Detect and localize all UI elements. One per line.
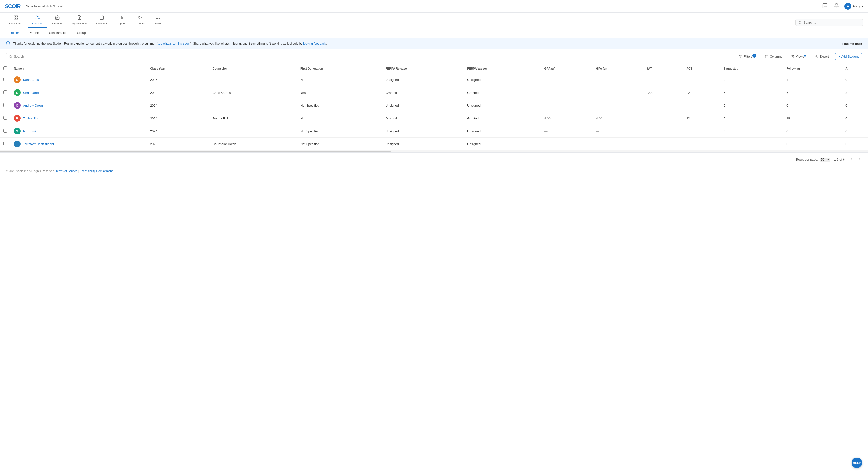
svg-rect-1	[16, 16, 18, 17]
student-table: Name ↑ Class Year Counselor First Genera…	[0, 64, 868, 151]
svg-marker-22	[739, 55, 742, 58]
nav-label-applications: Applications	[72, 22, 87, 25]
gpa-w-cell: —	[541, 86, 593, 99]
global-search[interactable]	[795, 19, 863, 26]
student-name-link[interactable]: Dana Cook	[23, 78, 39, 82]
nav-label-dashboard: Dashboard	[9, 22, 22, 25]
chevron-down-icon: ▾	[862, 4, 863, 8]
col-header-ferpa-waiver: FERPA Waiver	[464, 64, 541, 73]
row-checkbox-cell[interactable]	[0, 86, 10, 99]
gpa-w-cell: —	[541, 99, 593, 112]
gpa-u-cell: —	[593, 73, 643, 86]
horizontal-scrollbar[interactable]	[0, 151, 868, 152]
student-name-link[interactable]: MLS Smith	[23, 129, 38, 133]
page-nav	[848, 156, 862, 163]
row-checkbox[interactable]	[3, 116, 7, 120]
row-checkbox-cell[interactable]	[0, 73, 10, 86]
nav-item-students[interactable]: Students	[28, 12, 47, 28]
banner-link-coming-soon[interactable]: see what's coming soon!	[157, 42, 190, 45]
search-icon	[799, 21, 802, 24]
page-info: 1-6 of 6	[834, 158, 845, 161]
suggested-cell: 0	[720, 99, 783, 112]
row-checkbox-cell[interactable]	[0, 99, 10, 112]
row-checkbox-cell[interactable]	[0, 138, 10, 151]
select-all-header[interactable]	[0, 64, 10, 73]
nav-label-students: Students	[32, 22, 42, 25]
student-name-link[interactable]: Chris Karnes	[23, 91, 41, 95]
nav-item-reports[interactable]: Reports	[113, 12, 131, 28]
student-name-cell: T Terraform TestStudent	[10, 138, 147, 151]
rows-per-page-select[interactable]: 50 25 100	[820, 158, 830, 162]
reports-icon	[119, 15, 124, 21]
row-checkbox-cell[interactable]	[0, 112, 10, 125]
chat-icon[interactable]	[821, 2, 829, 10]
add-student-button[interactable]: + Add Student	[835, 53, 862, 60]
student-name-link[interactable]: Terraform TestStudent	[23, 142, 54, 146]
nav-item-dashboard[interactable]: Dashboard	[5, 12, 27, 28]
row-checkbox-cell[interactable]	[0, 125, 10, 138]
bell-icon[interactable]	[833, 2, 840, 10]
student-name-link[interactable]: Andrew Owen	[23, 104, 43, 107]
export-button[interactable]: Export	[812, 53, 831, 60]
student-avatar: K	[14, 89, 21, 96]
first-gen-cell: Not Specified	[297, 138, 382, 151]
logo-text: SCOIR	[5, 3, 21, 9]
nav-item-applications[interactable]: Applications	[68, 12, 91, 28]
nav-item-discover[interactable]: Discover	[48, 12, 67, 28]
row-checkbox[interactable]	[3, 77, 7, 81]
roster-search-input[interactable]	[14, 55, 51, 58]
logo: SCOIR Scoir Internal High School	[5, 3, 63, 9]
row-checkbox[interactable]	[3, 90, 7, 94]
select-all-checkbox[interactable]	[3, 66, 7, 70]
following-cell: 0	[783, 138, 842, 151]
student-name-cell: S MLS Smith	[10, 125, 147, 138]
sat-cell	[643, 99, 683, 112]
class-year-cell: 2024	[147, 112, 209, 125]
tab-roster[interactable]: Roster	[5, 28, 24, 38]
row-checkbox[interactable]	[3, 142, 7, 146]
row-checkbox[interactable]	[3, 103, 7, 107]
ferpa-waiver-cell: Unsigned	[464, 138, 541, 151]
class-year-cell: 2026	[147, 73, 209, 86]
tab-groups[interactable]: Groups	[72, 28, 92, 38]
columns-button[interactable]: Columns	[763, 53, 785, 60]
accessibility-link[interactable]: Accessibility Commitment	[80, 169, 113, 173]
col-header-class-year: Class Year	[147, 64, 209, 73]
info-banner: Thanks for exploring the new Student Ros…	[0, 38, 868, 50]
a-cell: 0	[842, 99, 868, 112]
terms-link[interactable]: Terms of Service	[56, 169, 77, 173]
nav-item-more[interactable]: ••• More	[150, 13, 165, 28]
ferpa-release-cell: Unsigned	[382, 125, 464, 138]
user-menu[interactable]: A Abby ▾	[844, 3, 863, 10]
take-me-back-button[interactable]: Take me back	[842, 42, 862, 45]
prev-page-button[interactable]	[848, 156, 855, 163]
nav-item-calendar[interactable]: Calendar	[92, 12, 112, 28]
students-icon	[35, 15, 40, 21]
ferpa-release-cell: Unsigned	[382, 73, 464, 86]
tab-scholarships[interactable]: Scholarships	[44, 28, 72, 38]
views-button[interactable]: Views	[788, 53, 808, 60]
nav-label-more: More	[155, 22, 161, 25]
next-page-button[interactable]	[856, 156, 862, 163]
row-checkbox[interactable]	[3, 129, 7, 132]
table-row: O Andrew Owen 2024 Not Specified Unsigne…	[0, 99, 868, 112]
columns-label: Columns	[770, 55, 782, 58]
nav-item-comms[interactable]: Comms	[131, 12, 150, 28]
user-name: Abby	[853, 4, 860, 8]
tab-parents[interactable]: Parents	[24, 28, 44, 38]
comms-icon	[138, 15, 143, 21]
roster-search[interactable]	[6, 53, 54, 60]
ferpa-release-cell: Unsigned	[382, 99, 464, 112]
filters-button[interactable]: Filters 1	[737, 53, 758, 60]
svg-rect-2	[16, 18, 18, 20]
col-header-gpa-w: GPA (w)	[541, 64, 593, 73]
header-right: A Abby ▾	[821, 2, 863, 10]
col-header-name[interactable]: Name ↑	[10, 64, 147, 73]
nav-label-calendar: Calendar	[96, 22, 107, 25]
gpa-w-cell: 4.00	[541, 112, 593, 125]
banner-link-feedback[interactable]: leaving feedback	[303, 42, 326, 45]
student-avatar: S	[14, 128, 21, 134]
student-name-link[interactable]: Tushar Rai	[23, 117, 38, 120]
first-gen-cell: No	[297, 112, 382, 125]
global-search-input[interactable]	[804, 21, 860, 24]
